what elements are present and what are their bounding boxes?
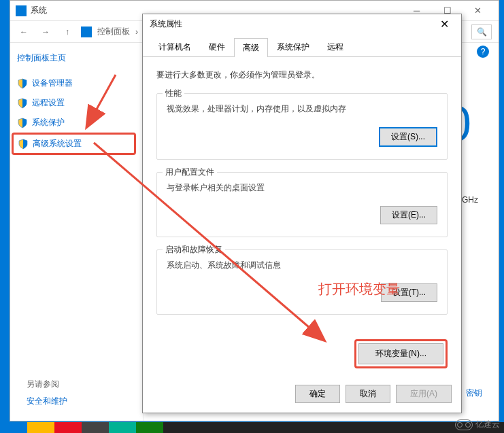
close-button[interactable]: ✕ [463, 1, 493, 20]
cancel-button[interactable]: 取消 [346, 385, 390, 403]
watermark: 亿速云 [455, 419, 500, 430]
startup-group: 启动和故障恢复 系统启动、系统故障和调试信息 设置(T)... [156, 249, 448, 315]
search-input[interactable]: 🔍 [471, 24, 492, 39]
env-row: 环境变量(N)... [143, 339, 461, 368]
close-button[interactable]: ✕ [434, 18, 454, 31]
env-highlight: 环境变量(N)... [354, 339, 448, 368]
sidebar-item-label: 远程设置 [32, 97, 65, 109]
shield-icon [17, 98, 28, 109]
annotation-text: 打开环境变量 [318, 280, 400, 298]
performance-settings-button[interactable]: 设置(S)... [379, 127, 437, 147]
userprofile-group: 用户配置文件 与登录帐户相关的桌面设置 设置(E)... [156, 172, 448, 237]
help-icon[interactable]: ? [477, 46, 489, 58]
tab-computer-name[interactable]: 计算机名 [150, 37, 200, 56]
group-title: 启动和故障恢复 [163, 244, 225, 256]
sidebar-item-advanced-settings[interactable]: 高级系统设置 [12, 133, 136, 155]
up-button[interactable]: ↑ [59, 24, 75, 40]
breadcrumb[interactable]: 控制面板 [97, 26, 130, 37]
sp-content: 要进行大多数更改，你必须作为管理员登录。 性能 视觉效果，处理器计划，内存使用，… [143, 57, 461, 339]
forward-button[interactable]: → [37, 24, 54, 40]
group-desc: 系统启动、系统故障和调试信息 [167, 260, 437, 271]
tab-advanced[interactable]: 高级 [234, 38, 268, 57]
tab-hardware[interactable]: 硬件 [200, 37, 234, 56]
key-link[interactable]: 密钥 [466, 387, 482, 399]
security-link[interactable]: 安全和维护 [27, 396, 67, 407]
cp-sidebar: 控制面板主页 设备管理器 远程设置 系统保护 高级系统设置 [10, 43, 143, 421]
group-desc: 视觉效果，处理器计划，内存使用，以及虚拟内存 [167, 103, 437, 115]
system-properties-dialog: 系统属性 ✕ 计算机名 硬件 高级 系统保护 远程 要进行大多数更改，你必须作为… [142, 14, 462, 413]
see-also-label: 另请参阅 [27, 379, 67, 390]
cp-footer: 另请参阅 安全和维护 [27, 379, 67, 407]
group-desc: 与登录帐户相关的桌面设置 [167, 182, 437, 194]
performance-group: 性能 视觉效果，处理器计划，内存使用，以及虚拟内存 设置(S)... [156, 93, 448, 160]
ok-button[interactable]: 确定 [295, 385, 340, 403]
group-title: 性能 [163, 88, 184, 99]
sidebar-item-remote[interactable]: 远程设置 [17, 93, 136, 113]
back-button[interactable]: ← [16, 24, 32, 40]
environment-variables-button[interactable]: 环境变量(N)... [358, 343, 443, 364]
shield-icon [18, 139, 29, 150]
taskbar[interactable] [0, 422, 504, 433]
watermark-icon [455, 419, 473, 430]
shield-icon [17, 78, 28, 89]
system-icon [16, 5, 27, 16]
sidebar-item-label: 系统保护 [32, 117, 65, 128]
shield-icon [17, 118, 28, 128]
apply-button[interactable]: 应用(A) [396, 385, 452, 403]
tab-remote[interactable]: 远程 [318, 37, 352, 56]
sp-footer: 确定 取消 应用(A) [295, 385, 452, 403]
group-title: 用户配置文件 [163, 167, 217, 178]
admin-note: 要进行大多数更改，你必须作为管理员登录。 [156, 69, 448, 81]
sidebar-home[interactable]: 控制面板主页 [17, 52, 136, 64]
sidebar-item-label: 高级系统设置 [33, 138, 82, 150]
sidebar-item-protection[interactable]: 系统保护 [17, 113, 136, 133]
sp-tabs: 计算机名 硬件 高级 系统保护 远程 [143, 37, 461, 57]
sidebar-item-device-manager[interactable]: 设备管理器 [17, 73, 136, 93]
watermark-text: 亿速云 [475, 419, 500, 430]
userprofile-settings-button[interactable]: 设置(E)... [380, 206, 437, 224]
tab-protection[interactable]: 系统保护 [268, 37, 318, 56]
sidebar-item-label: 设备管理器 [32, 77, 73, 89]
sp-title: 系统属性 [150, 18, 182, 30]
sp-titlebar: 系统属性 ✕ [143, 14, 461, 33]
path-icon [81, 27, 92, 37]
